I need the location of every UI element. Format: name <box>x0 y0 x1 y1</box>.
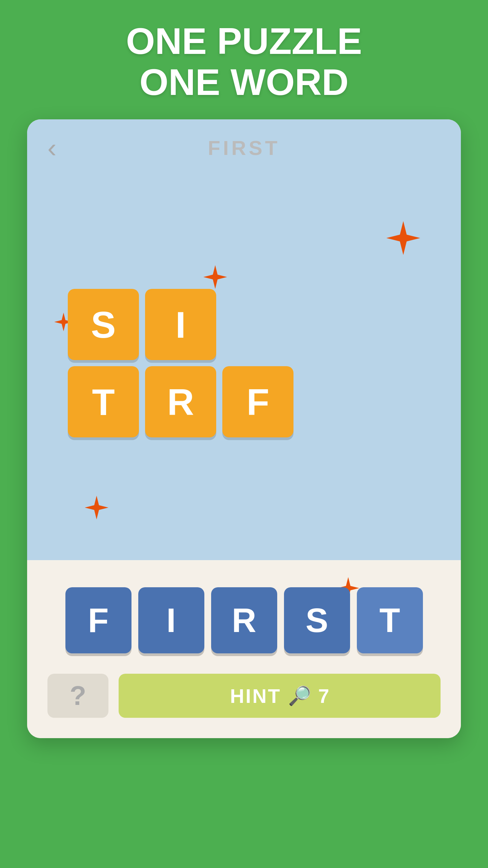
tile-f[interactable]: F <box>222 366 293 437</box>
answer-tile-f[interactable]: F <box>65 587 131 653</box>
help-button[interactable]: ? <box>47 674 108 718</box>
tile-r[interactable]: R <box>145 366 216 437</box>
answer-tile-r[interactable]: R <box>211 587 277 653</box>
header: ONE PUZZLE ONE WORD <box>0 0 488 119</box>
answer-tile-s[interactable]: S <box>284 587 350 653</box>
puzzle-area: ‹ FIRST S I T R F <box>27 119 461 560</box>
sparkle-decoration-3 <box>85 496 108 519</box>
game-card: ‹ FIRST S I T R F F I R S T <box>27 119 461 738</box>
hint-button[interactable]: HINT 🔎 7 <box>119 674 441 718</box>
search-icon: 🔎 <box>288 685 311 707</box>
tile-empty <box>222 289 293 360</box>
tile-i[interactable]: I <box>145 289 216 360</box>
answer-tile-t[interactable]: T <box>357 587 423 653</box>
answer-area: F I R S T ? HINT 🔎 7 <box>27 560 461 738</box>
hint-count: 7 <box>318 685 329 707</box>
tile-t[interactable]: T <box>68 366 139 437</box>
app-title: ONE PUZZLE ONE WORD <box>126 20 362 102</box>
nav-bar: ‹ FIRST <box>27 119 461 160</box>
answer-tiles: F I R S T <box>65 587 423 653</box>
tiles-grid: S I T R F <box>68 289 293 437</box>
hint-label: HINT <box>230 685 281 707</box>
answer-tile-i[interactable]: I <box>138 587 204 653</box>
question-mark-icon: ? <box>70 680 86 711</box>
bottom-controls: ? HINT 🔎 7 <box>47 674 441 718</box>
puzzle-label: FIRST <box>208 136 280 160</box>
sparkle-decoration-1 <box>386 221 420 255</box>
tile-s[interactable]: S <box>68 289 139 360</box>
sparkle-decoration-2 <box>203 265 227 289</box>
back-button[interactable]: ‹ <box>47 133 57 164</box>
